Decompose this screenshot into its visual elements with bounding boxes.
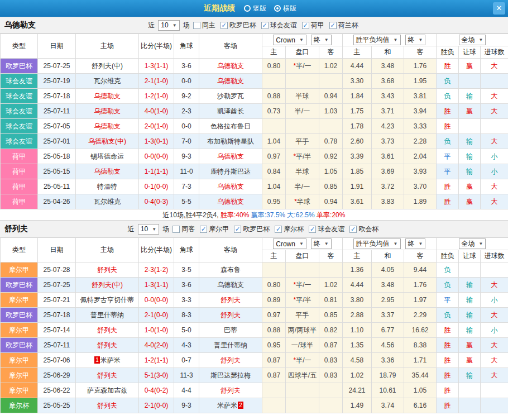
away-team[interactable]: 乌德勒支 xyxy=(199,59,262,74)
result-handicap: 输 xyxy=(459,323,481,338)
league-filter-checkbox[interactable]: ✓摩尔杯 xyxy=(275,225,304,234)
away-team[interactable]: 森布鲁 xyxy=(199,262,262,278)
league-filter-label: 欧会杯 xyxy=(358,225,378,234)
odds-home xyxy=(262,383,286,398)
home-team[interactable]: 瓦尔维克 xyxy=(76,74,139,89)
avg-group-header: 胜平负均值 ▼ 终 ▼ xyxy=(343,34,437,46)
venue-filter-checkbox[interactable]: 同主 xyxy=(193,21,215,30)
away-team[interactable]: 斯巴达瑟拉梅 xyxy=(199,368,262,383)
home-team[interactable]: 锡塔德命运 xyxy=(76,149,139,164)
layout-radio-vertical[interactable]: 竖版 xyxy=(244,4,266,13)
corners: 3-6 xyxy=(174,59,199,74)
home-team[interactable]: 乌德勒支(中) xyxy=(76,134,139,149)
league-filter-label: 荷兰杯 xyxy=(338,21,358,30)
away-team[interactable]: 舒列夫 xyxy=(199,383,262,398)
odds-stage-select[interactable]: 终 ▼ xyxy=(311,35,332,45)
home-team[interactable]: 普里什蒂纳 xyxy=(76,308,139,323)
avg-draw: 10.61 xyxy=(372,383,404,398)
summary-segment: 大:62.5% xyxy=(287,211,317,219)
away-team[interactable]: 舒列夫 xyxy=(199,308,262,323)
away-team[interactable]: 沙勒罗瓦 xyxy=(199,89,262,104)
home-team[interactable]: 舒列夫(中) xyxy=(76,59,139,74)
away-team[interactable]: 普里什蒂纳 xyxy=(199,338,262,353)
score: 0-0(0-0) xyxy=(139,149,174,164)
avg-stage-select[interactable]: 终 ▼ xyxy=(405,35,426,45)
chevron-down-icon: ▼ xyxy=(419,37,423,42)
col-odds-away: 客 xyxy=(319,46,343,59)
odds-handicap: 平手 xyxy=(286,308,319,323)
away-team[interactable]: 米萨米2 xyxy=(199,398,262,413)
away-team[interactable]: 凯泽酋长 xyxy=(199,104,262,119)
away-team[interactable]: 布加勒斯特星队 xyxy=(199,134,262,149)
avg-away: 8.38 xyxy=(404,338,437,353)
odds-away: 0.82 xyxy=(319,323,343,338)
match-date: 25-07-11 xyxy=(38,104,76,119)
odds-company-select[interactable]: Crown ▼ xyxy=(273,238,306,249)
home-team[interactable]: 1米萨米 xyxy=(76,353,139,368)
league-badge: 球会友谊 xyxy=(1,134,38,149)
home-team[interactable]: 特温特 xyxy=(76,179,139,194)
away-team[interactable]: 乌德勒支 xyxy=(199,179,262,194)
home-team[interactable]: 乌德勒支 xyxy=(76,164,139,179)
close-button[interactable]: ✕ xyxy=(493,2,505,15)
scope-select[interactable]: 全场 ▼ xyxy=(459,35,486,45)
odds-company-select[interactable]: Crown ▼ xyxy=(273,35,306,45)
result-handicap: 输 xyxy=(459,89,481,104)
home-team[interactable]: 舒列夫 xyxy=(76,398,139,413)
home-team[interactable]: 萨克森加吉兹 xyxy=(76,383,139,398)
result-wdl: 负 xyxy=(437,74,459,89)
odds-handicap: 半/一 xyxy=(286,104,319,119)
league-filter-checkbox[interactable]: ✓球会友谊 xyxy=(309,225,344,234)
away-team[interactable]: 舒列夫 xyxy=(199,353,262,368)
away-team[interactable]: 鹿特丹斯巴达 xyxy=(199,164,262,179)
league-filter-checkbox[interactable]: ✓摩尔甲 xyxy=(200,225,229,234)
avg-select[interactable]: 胜平负均值 ▼ xyxy=(353,238,401,249)
odds-handicap xyxy=(286,119,319,134)
corners: 5-5 xyxy=(174,194,199,209)
avg-draw: 3.48 xyxy=(372,59,404,74)
match-date: 25-05-11 xyxy=(38,179,76,194)
avg-draw: 3.48 xyxy=(372,278,404,293)
home-team[interactable]: 舒列夫 xyxy=(76,323,139,338)
scope-select[interactable]: 全场 ▼ xyxy=(459,238,486,249)
home-team[interactable]: 舒列夫 xyxy=(76,368,139,383)
league-filter-checkbox[interactable]: ✓欧会杯 xyxy=(349,225,378,234)
home-team[interactable]: 乌德勒支 xyxy=(76,89,139,104)
avg-stage-select[interactable]: 终 ▼ xyxy=(405,238,426,249)
away-team[interactable]: 舒列夫 xyxy=(199,293,262,308)
home-team[interactable]: 舒列夫 xyxy=(76,262,139,278)
home-team[interactable]: 瓦尔维克 xyxy=(76,194,139,209)
away-team[interactable]: 乌德勒支 xyxy=(199,278,262,293)
away-team[interactable]: 色格拉布鲁日 xyxy=(199,119,262,134)
avg-stage-value: 终 xyxy=(408,35,415,45)
home-team[interactable]: 佩特罗古亨切什蒂 xyxy=(76,293,139,308)
league-filter-checkbox[interactable]: ✓荷兰杯 xyxy=(329,21,358,30)
league-filter-checkbox[interactable]: ✓球会友谊 xyxy=(261,21,297,30)
away-team[interactable]: 乌德勒支 xyxy=(199,149,262,164)
away-team[interactable]: 乌德勒支 xyxy=(199,194,262,209)
away-team[interactable]: 巴蒂 xyxy=(199,323,262,338)
layout-radio-horizontal[interactable]: 横版 xyxy=(274,4,296,13)
odds-stage-select[interactable]: 终 ▼ xyxy=(311,238,332,249)
home-team[interactable]: 乌德勒支 xyxy=(76,119,139,134)
venue-filter-checkbox[interactable]: 同客 xyxy=(172,225,195,234)
avg-draw: 18.79 xyxy=(372,368,404,383)
home-team[interactable]: 乌德勒支 xyxy=(76,104,139,119)
league-filter-checkbox[interactable]: ✓欧罗巴杯 xyxy=(221,21,256,30)
home-team[interactable]: 舒列夫(中) xyxy=(76,278,139,293)
team-section: 舒列夫 近 10 ▼ 场 同客 ✓摩尔甲✓欧罗巴杯✓摩尔杯✓球会友谊✓欧会杯 xyxy=(0,221,508,413)
league-filter-checkbox[interactable]: ✓欧罗巴杯 xyxy=(234,225,270,234)
match-count-select[interactable]: 10 ▼ xyxy=(138,224,159,235)
match-count-select[interactable]: 10 ▼ xyxy=(158,20,179,31)
away-team[interactable]: 乌德勒支 xyxy=(199,74,262,89)
odds-handicap xyxy=(286,398,319,413)
avg-draw: 3.69 xyxy=(372,164,404,179)
home-team[interactable]: 舒列夫 xyxy=(76,338,139,353)
league-filter-checkbox[interactable]: ✓荷甲 xyxy=(302,21,324,30)
avg-select[interactable]: 胜平负均值 ▼ xyxy=(353,35,401,45)
result-goals: 大 xyxy=(481,179,508,194)
col-avg-draw: 和 xyxy=(372,46,404,59)
avg-away: 3.94 xyxy=(404,104,437,119)
league-badge: 摩尔甲 xyxy=(1,262,38,278)
avg-home: 2.60 xyxy=(343,134,372,149)
